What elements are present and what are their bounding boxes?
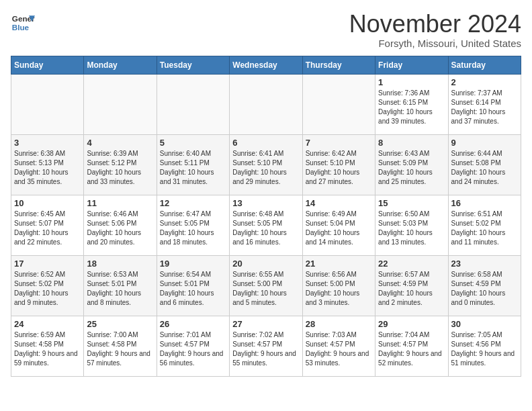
day-number: 11 — [87, 198, 153, 208]
page-header: General Blue November 2024 Forsyth, Miss… — [11, 11, 521, 49]
day-number: 29 — [378, 319, 445, 329]
day-info: Sunrise: 7:37 AM Sunset: 6:14 PM Dayligh… — [451, 89, 518, 126]
day-info: Sunrise: 6:55 AM Sunset: 5:00 PM Dayligh… — [232, 270, 299, 308]
day-number: 16 — [451, 198, 518, 208]
calendar-cell: 30Sunrise: 7:05 AM Sunset: 4:56 PM Dayli… — [448, 316, 521, 376]
calendar-cell: 1Sunrise: 7:36 AM Sunset: 6:15 PM Daylig… — [375, 74, 448, 134]
day-number: 5 — [160, 138, 226, 148]
day-info: Sunrise: 6:48 AM Sunset: 5:05 PM Dayligh… — [232, 210, 299, 247]
calendar-header-row: SundayMondayTuesdayWednesdayThursdayFrid… — [11, 56, 521, 74]
day-info: Sunrise: 6:53 AM Sunset: 5:01 PM Dayligh… — [87, 270, 153, 308]
day-info: Sunrise: 6:46 AM Sunset: 5:06 PM Dayligh… — [87, 210, 153, 247]
day-number: 18 — [87, 259, 153, 269]
calendar-cell: 6Sunrise: 6:41 AM Sunset: 5:10 PM Daylig… — [230, 134, 302, 195]
header-tuesday: Tuesday — [157, 56, 229, 74]
svg-text:Blue: Blue — [12, 23, 30, 32]
calendar-week-3: 17Sunrise: 6:52 AM Sunset: 5:02 PM Dayli… — [11, 255, 521, 316]
day-number: 1 — [378, 77, 445, 87]
calendar-cell: 22Sunrise: 6:57 AM Sunset: 4:59 PM Dayli… — [375, 255, 448, 316]
day-info: Sunrise: 7:02 AM Sunset: 4:57 PM Dayligh… — [232, 330, 299, 368]
day-number: 17 — [14, 259, 81, 269]
header-saturday: Saturday — [448, 56, 521, 74]
day-info: Sunrise: 6:51 AM Sunset: 5:02 PM Dayligh… — [451, 210, 518, 247]
title-block: November 2024 Forsyth, Missouri, United … — [349, 11, 521, 49]
calendar-cell: 17Sunrise: 6:52 AM Sunset: 5:02 PM Dayli… — [11, 255, 84, 316]
day-info: Sunrise: 6:58 AM Sunset: 4:59 PM Dayligh… — [451, 270, 518, 308]
day-info: Sunrise: 6:45 AM Sunset: 5:07 PM Dayligh… — [14, 210, 81, 247]
day-number: 4 — [87, 138, 153, 148]
day-info: Sunrise: 7:04 AM Sunset: 4:57 PM Dayligh… — [378, 330, 445, 368]
day-number: 19 — [160, 259, 226, 269]
day-info: Sunrise: 6:49 AM Sunset: 5:04 PM Dayligh… — [306, 210, 372, 247]
calendar-week-4: 24Sunrise: 6:59 AM Sunset: 4:58 PM Dayli… — [11, 316, 521, 376]
calendar-week-0: 1Sunrise: 7:36 AM Sunset: 6:15 PM Daylig… — [11, 74, 521, 134]
day-info: Sunrise: 6:43 AM Sunset: 5:09 PM Dayligh… — [378, 149, 445, 187]
calendar-cell: 23Sunrise: 6:58 AM Sunset: 4:59 PM Dayli… — [448, 255, 521, 316]
calendar-cell — [230, 74, 302, 134]
calendar-week-1: 3Sunrise: 6:38 AM Sunset: 5:13 PM Daylig… — [11, 134, 521, 195]
day-info: Sunrise: 6:56 AM Sunset: 5:00 PM Dayligh… — [306, 270, 372, 308]
day-number: 12 — [160, 198, 226, 208]
calendar-cell: 7Sunrise: 6:42 AM Sunset: 5:10 PM Daylig… — [302, 134, 375, 195]
calendar-cell: 9Sunrise: 6:44 AM Sunset: 5:08 PM Daylig… — [448, 134, 521, 195]
header-wednesday: Wednesday — [230, 56, 302, 74]
day-info: Sunrise: 6:41 AM Sunset: 5:10 PM Dayligh… — [232, 149, 299, 187]
calendar-table: SundayMondayTuesdayWednesdayThursdayFrid… — [11, 56, 521, 377]
calendar-week-2: 10Sunrise: 6:45 AM Sunset: 5:07 PM Dayli… — [11, 195, 521, 255]
day-info: Sunrise: 6:42 AM Sunset: 5:10 PM Dayligh… — [306, 149, 372, 187]
calendar-cell: 24Sunrise: 6:59 AM Sunset: 4:58 PM Dayli… — [11, 316, 84, 376]
day-info: Sunrise: 6:47 AM Sunset: 5:05 PM Dayligh… — [160, 210, 226, 247]
day-number: 30 — [451, 319, 518, 329]
calendar-cell: 11Sunrise: 6:46 AM Sunset: 5:06 PM Dayli… — [84, 195, 157, 255]
calendar-cell: 16Sunrise: 6:51 AM Sunset: 5:02 PM Dayli… — [448, 195, 521, 255]
calendar-cell: 13Sunrise: 6:48 AM Sunset: 5:05 PM Dayli… — [230, 195, 302, 255]
day-info: Sunrise: 6:50 AM Sunset: 5:03 PM Dayligh… — [378, 210, 445, 247]
calendar-cell: 4Sunrise: 6:39 AM Sunset: 5:12 PM Daylig… — [84, 134, 157, 195]
month-title: November 2024 — [349, 11, 521, 38]
calendar-cell: 19Sunrise: 6:54 AM Sunset: 5:01 PM Dayli… — [157, 255, 229, 316]
day-number: 27 — [232, 319, 299, 329]
day-info: Sunrise: 6:54 AM Sunset: 5:01 PM Dayligh… — [160, 270, 226, 308]
calendar-cell: 14Sunrise: 6:49 AM Sunset: 5:04 PM Dayli… — [302, 195, 375, 255]
calendar-cell: 8Sunrise: 6:43 AM Sunset: 5:09 PM Daylig… — [375, 134, 448, 195]
day-number: 26 — [160, 319, 226, 329]
day-info: Sunrise: 6:39 AM Sunset: 5:12 PM Dayligh… — [87, 149, 153, 187]
calendar-cell — [157, 74, 229, 134]
day-number: 25 — [87, 319, 153, 329]
calendar-cell: 12Sunrise: 6:47 AM Sunset: 5:05 PM Dayli… — [157, 195, 229, 255]
day-info: Sunrise: 6:57 AM Sunset: 4:59 PM Dayligh… — [378, 270, 445, 308]
calendar-cell: 28Sunrise: 7:03 AM Sunset: 4:57 PM Dayli… — [302, 316, 375, 376]
day-number: 20 — [232, 259, 299, 269]
day-number: 28 — [306, 319, 372, 329]
calendar-cell — [302, 74, 375, 134]
day-info: Sunrise: 7:00 AM Sunset: 4:58 PM Dayligh… — [87, 330, 153, 368]
day-number: 9 — [451, 138, 518, 148]
day-number: 15 — [378, 198, 445, 208]
day-info: Sunrise: 6:44 AM Sunset: 5:08 PM Dayligh… — [451, 149, 518, 187]
calendar-cell: 20Sunrise: 6:55 AM Sunset: 5:00 PM Dayli… — [230, 255, 302, 316]
day-info: Sunrise: 6:52 AM Sunset: 5:02 PM Dayligh… — [14, 270, 81, 308]
calendar-cell: 27Sunrise: 7:02 AM Sunset: 4:57 PM Dayli… — [230, 316, 302, 376]
calendar-cell — [11, 74, 84, 134]
day-info: Sunrise: 7:03 AM Sunset: 4:57 PM Dayligh… — [306, 330, 372, 368]
calendar-cell: 3Sunrise: 6:38 AM Sunset: 5:13 PM Daylig… — [11, 134, 84, 195]
calendar-cell: 29Sunrise: 7:04 AM Sunset: 4:57 PM Dayli… — [375, 316, 448, 376]
day-number: 21 — [306, 259, 372, 269]
day-number: 13 — [232, 198, 299, 208]
location: Forsyth, Missouri, United States — [349, 38, 521, 49]
day-number: 24 — [14, 319, 81, 329]
header-thursday: Thursday — [302, 56, 375, 74]
logo-icon: General Blue — [11, 11, 35, 35]
day-number: 23 — [451, 259, 518, 269]
calendar-cell: 21Sunrise: 6:56 AM Sunset: 5:00 PM Dayli… — [302, 255, 375, 316]
calendar-cell: 10Sunrise: 6:45 AM Sunset: 5:07 PM Dayli… — [11, 195, 84, 255]
day-info: Sunrise: 6:38 AM Sunset: 5:13 PM Dayligh… — [14, 149, 81, 187]
calendar-cell: 25Sunrise: 7:00 AM Sunset: 4:58 PM Dayli… — [84, 316, 157, 376]
day-number: 14 — [306, 198, 372, 208]
day-info: Sunrise: 6:59 AM Sunset: 4:58 PM Dayligh… — [14, 330, 81, 368]
day-number: 2 — [451, 77, 518, 87]
day-number: 3 — [14, 138, 81, 148]
calendar-cell: 26Sunrise: 7:01 AM Sunset: 4:57 PM Dayli… — [157, 316, 229, 376]
header-monday: Monday — [84, 56, 157, 74]
calendar-cell: 5Sunrise: 6:40 AM Sunset: 5:11 PM Daylig… — [157, 134, 229, 195]
